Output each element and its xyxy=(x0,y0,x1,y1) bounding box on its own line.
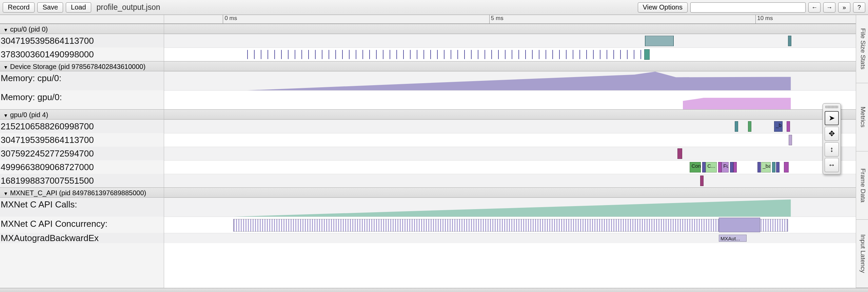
timeline-event[interactable]: _b xyxy=(774,121,782,132)
track-row[interactable] xyxy=(164,147,856,160)
track-labels-column: ▼cpu/0 (pid 0)30471953958641137003783003… xyxy=(0,15,164,288)
collapse-triangle-icon[interactable]: ▼ xyxy=(3,188,8,198)
status-bar xyxy=(0,288,868,292)
group-header[interactable]: ▼Device Storage (pid 9785678402843610000… xyxy=(0,61,164,71)
track-row[interactable]: MXAut... xyxy=(164,233,856,243)
track-row[interactable] xyxy=(164,34,856,48)
collapse-triangle-icon[interactable]: ▼ xyxy=(3,25,8,34)
timeline-event[interactable] xyxy=(645,36,674,46)
right-tab[interactable]: File Size Stats xyxy=(856,15,868,83)
ruler-tick: 10 ms xyxy=(755,15,773,23)
timeline-event[interactable] xyxy=(787,121,790,132)
track-row[interactable] xyxy=(164,90,856,109)
record-button[interactable]: Record xyxy=(3,2,35,13)
collapse-triangle-icon[interactable]: ▼ xyxy=(3,62,8,71)
track-label: 3783003601490998000 xyxy=(0,48,164,61)
right-tab[interactable]: Input Latency xyxy=(856,220,868,288)
group-header-label: Device Storage (pid 9785678402843610000) xyxy=(10,63,145,70)
timeline-event[interactable] xyxy=(247,50,643,59)
track-row[interactable] xyxy=(164,217,856,233)
timeline-event[interactable] xyxy=(733,162,737,172)
help-button[interactable]: ? xyxy=(853,2,865,13)
track-row[interactable] xyxy=(164,71,856,90)
timeline-event[interactable] xyxy=(757,162,761,172)
ruler-tick: 5 ms xyxy=(489,15,504,23)
timeline-event[interactable]: Fu xyxy=(722,162,728,172)
timeline-event[interactable] xyxy=(677,148,682,159)
timeline-event[interactable]: C... xyxy=(706,162,717,172)
timeline-event[interactable]: MXAut... xyxy=(719,235,747,242)
right-tab[interactable]: Metrics xyxy=(856,83,868,151)
group-header[interactable]: ▼gpu/0 (pid 4) xyxy=(0,109,164,120)
time-ruler[interactable]: 0 ms5 ms10 ms xyxy=(164,15,856,24)
group-header-label: cpu/0 (pid 0) xyxy=(10,25,48,33)
group-header-label: MXNET_C_API (pid 8497861397689885000) xyxy=(10,189,146,197)
track-label: MXNet C API Calls: xyxy=(0,198,164,217)
palette-grip-icon[interactable] xyxy=(825,106,838,108)
collapse-triangle-icon[interactable]: ▼ xyxy=(3,110,8,120)
svg-marker-0 xyxy=(247,72,791,90)
timeline-event[interactable] xyxy=(789,135,792,145)
pan-tool-icon[interactable]: ✥ xyxy=(825,127,839,141)
track-row[interactable] xyxy=(164,198,856,217)
timeline-event[interactable] xyxy=(719,218,760,232)
hzoom-tool-icon[interactable]: ↔ xyxy=(825,158,839,172)
track-row[interactable] xyxy=(164,133,856,147)
timeline-event[interactable]: _ba xyxy=(761,162,771,172)
group-header[interactable]: ▼MXNET_C_API (pid 8497861397689885000) xyxy=(0,187,164,198)
pointer-tool-icon[interactable]: ➤ xyxy=(825,111,839,125)
timeline-event[interactable] xyxy=(644,49,650,60)
track-label: 1681998837007551500 xyxy=(0,174,164,187)
timeline-area[interactable]: 0 ms5 ms10 ms _bConC...Fu_baMXAut... ➤✥↕… xyxy=(164,15,856,288)
vscroll-tool-icon[interactable]: ↕ xyxy=(825,142,839,157)
right-tab[interactable]: Frame Data xyxy=(856,151,868,220)
search-input[interactable] xyxy=(690,2,806,13)
group-header-track xyxy=(164,187,856,198)
track-label: 3047195395864113700 xyxy=(0,34,164,48)
top-toolbar: Record Save Load profile_output.json Vie… xyxy=(0,0,868,15)
timeline-event[interactable]: Con xyxy=(690,162,701,172)
track-row[interactable]: ConC...Fu_ba xyxy=(164,160,856,174)
ruler-tick: 0 ms xyxy=(223,15,237,23)
timeline-event[interactable] xyxy=(772,162,775,172)
timeline-event[interactable] xyxy=(735,121,738,132)
filename-label: profile_output.json xyxy=(97,3,160,12)
area-chart xyxy=(164,72,856,90)
timeline-event[interactable] xyxy=(776,162,780,172)
track-label: 4999663809068727000 xyxy=(0,160,164,174)
timeline-event[interactable] xyxy=(718,162,722,172)
save-button[interactable]: Save xyxy=(37,2,63,13)
timeline-event[interactable] xyxy=(700,176,704,186)
main-area: ▼cpu/0 (pid 0)30471953958641137003783003… xyxy=(0,15,868,288)
area-chart xyxy=(164,198,856,217)
tool-palette[interactable]: ➤✥↕↔ xyxy=(823,103,841,175)
track-row[interactable]: _b xyxy=(164,120,856,133)
right-tabs-column: File Size StatsMetricsFrame DataInput La… xyxy=(856,15,868,288)
track-label: 3075922452772594700 xyxy=(0,147,164,160)
load-button[interactable]: Load xyxy=(66,2,91,13)
nav-prev-button[interactable]: ← xyxy=(808,2,821,13)
timeline-event[interactable] xyxy=(748,121,751,132)
track-row[interactable] xyxy=(164,174,856,187)
track-label: 2152106588260998700 xyxy=(0,120,164,133)
track-label: 3047195395864113700 xyxy=(0,133,164,147)
timeline-event[interactable] xyxy=(730,162,733,172)
group-header-track xyxy=(164,109,856,120)
track-label: MXNet C API Concurrency: xyxy=(0,217,164,233)
track-label: Memory: cpu/0: xyxy=(0,71,164,90)
track-row[interactable] xyxy=(164,48,856,61)
timeline-event[interactable] xyxy=(788,36,791,46)
view-options-button[interactable]: View Options xyxy=(638,2,688,13)
area-chart xyxy=(164,91,856,109)
timeline-event[interactable] xyxy=(702,162,706,172)
track-label: MXAutogradBackwardEx xyxy=(0,233,164,243)
nav-next-button[interactable]: → xyxy=(823,2,835,13)
track-label: Memory: gpu/0: xyxy=(0,90,164,109)
svg-marker-1 xyxy=(683,98,791,109)
timeline-event[interactable] xyxy=(784,162,789,172)
group-header-track xyxy=(164,61,856,71)
group-header-label: gpu/0 (pid 4) xyxy=(10,111,48,118)
nav-more-button[interactable]: » xyxy=(838,2,850,13)
timeline-event[interactable] xyxy=(233,219,788,232)
group-header[interactable]: ▼cpu/0 (pid 0) xyxy=(0,24,164,34)
